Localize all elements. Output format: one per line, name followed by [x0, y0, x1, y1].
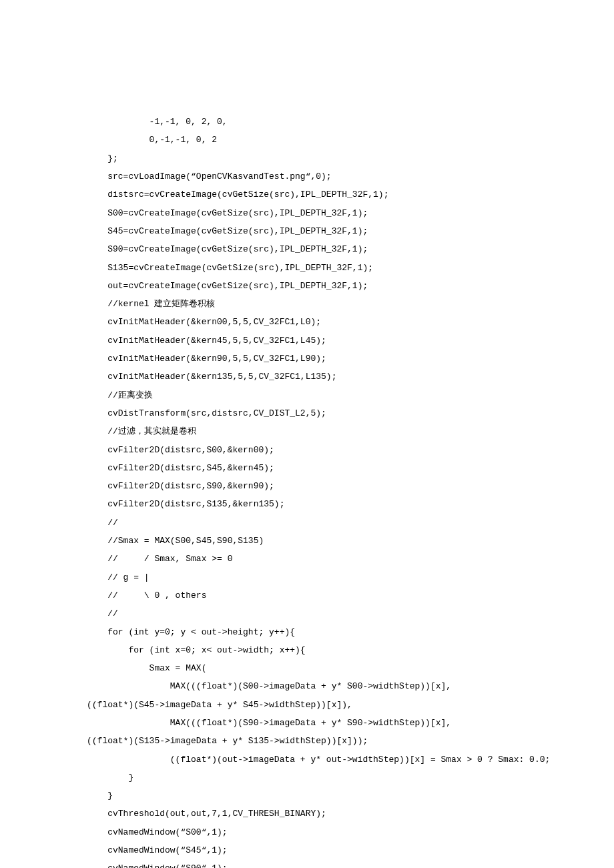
code-line: MAX(((float*)(S00->imageData + y* S00->w…	[87, 677, 614, 695]
code-line: cvFilter2D(distsrc,S45,&kern45);	[87, 459, 614, 477]
code-line: cvFilter2D(distsrc,S90,&kern90);	[87, 477, 614, 495]
code-line: for (int x=0; x< out->width; x++){	[87, 641, 614, 659]
code-line: cvNamedWindow(“S90“,1);	[87, 859, 614, 868]
code-line: ((float*)(out->imageData + y* out->width…	[87, 751, 614, 769]
code-line: cvInitMatHeader(&kern90,5,5,CV_32FC1,L90…	[87, 350, 614, 368]
code-block: -1,-1, 0, 2, 0, 0,-1,-1, 0, 2 }; src=cvL…	[87, 113, 614, 868]
code-line: cvInitMatHeader(&kern00,5,5,CV_32FC1,L0)…	[87, 313, 614, 331]
code-line: out=cvCreateImage(cvGetSize(src),IPL_DEP…	[87, 277, 614, 295]
code-line: //Smax = MAX(S00,S45,S90,S135)	[87, 532, 614, 550]
code-line: cvFilter2D(distsrc,S135,&kern135);	[87, 495, 614, 513]
code-line: // / Smax, Smax >= 0	[87, 550, 614, 568]
code-line: cvThreshold(out,out,7,1,CV_THRESH_BINARY…	[87, 805, 614, 823]
code-line: //	[87, 514, 614, 532]
code-line: //	[87, 604, 614, 622]
code-line: //距离变换	[87, 386, 614, 404]
code-line: S00=cvCreateImage(cvGetSize(src),IPL_DEP…	[87, 204, 614, 222]
code-line: cvDistTransform(src,distsrc,CV_DIST_L2,5…	[87, 404, 614, 422]
code-line: S135=cvCreateImage(cvGetSize(src),IPL_DE…	[87, 259, 614, 277]
code-line: //kernel 建立矩阵卷积核	[87, 295, 614, 313]
code-line: }	[87, 787, 614, 805]
code-line: cvNamedWindow(“S00“,1);	[87, 823, 614, 841]
code-line: }	[87, 769, 614, 787]
code-line: };	[87, 149, 614, 167]
code-line: //过滤，其实就是卷积	[87, 422, 614, 440]
code-line: for (int y=0; y < out->height; y++){	[87, 623, 614, 641]
code-line: S45=cvCreateImage(cvGetSize(src),IPL_DEP…	[87, 222, 614, 240]
code-line: distsrc=cvCreateImage(cvGetSize(src),IPL…	[87, 185, 614, 203]
code-line: 0,-1,-1, 0, 2	[87, 131, 614, 149]
code-line: // \ 0 , others	[87, 586, 614, 604]
code-line: -1,-1, 0, 2, 0,	[87, 113, 614, 131]
code-line: S90=cvCreateImage(cvGetSize(src),IPL_DEP…	[87, 240, 614, 258]
code-line: ((float*)(S135->imageData + y* S135->wid…	[87, 732, 614, 750]
code-line: ((float*)(S45->imageData + y* S45->width…	[87, 696, 614, 714]
code-line: cvFilter2D(distsrc,S00,&kern00);	[87, 441, 614, 459]
code-line: cvNamedWindow(“S45“,1);	[87, 841, 614, 859]
code-line: MAX(((float*)(S90->imageData + y* S90->w…	[87, 714, 614, 732]
code-line: Smax = MAX(	[87, 659, 614, 677]
code-line: cvInitMatHeader(&kern135,5,5,CV_32FC1,L1…	[87, 368, 614, 386]
code-line: cvInitMatHeader(&kern45,5,5,CV_32FC1,L45…	[87, 332, 614, 350]
code-line: src=cvLoadImage(“OpenCVKasvandTest.png“,…	[87, 167, 614, 185]
code-line: // g = |	[87, 568, 614, 586]
